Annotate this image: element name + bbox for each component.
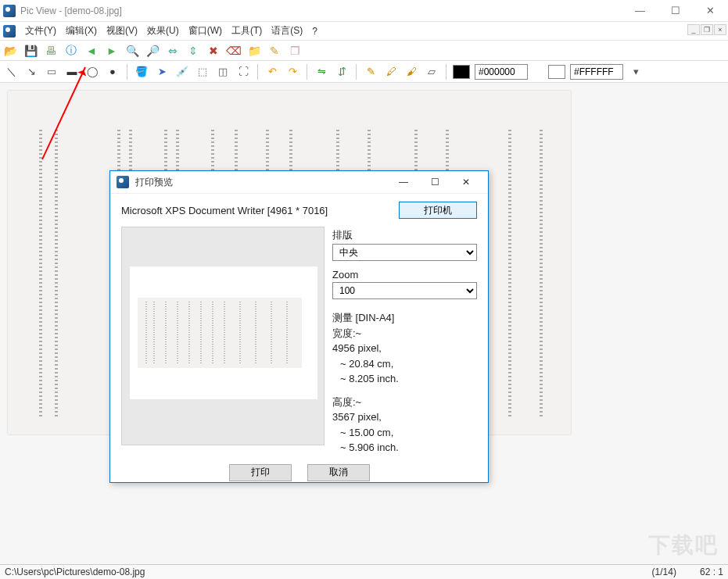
redo-icon[interactable]: ↷ bbox=[285, 64, 300, 80]
rect-tool-icon[interactable]: ▭ bbox=[44, 64, 59, 80]
prev-icon[interactable]: ◄ bbox=[84, 44, 99, 58]
flip-h-icon[interactable]: ⇋ bbox=[314, 64, 329, 80]
cursor-tool-icon[interactable]: ➤ bbox=[154, 64, 170, 80]
dialog-titlebar[interactable]: 打印预览 — ☐ ✕ bbox=[110, 171, 488, 194]
color-picker-icon[interactable]: ▾ bbox=[628, 64, 644, 80]
zoom-label: Zoom bbox=[332, 269, 477, 281]
status-zoom: 62 : 1 bbox=[700, 566, 723, 577]
menubar: 文件(Y) 编辑(X) 视图(V) 效果(U) 窗口(W) 工具(T) 语言(S… bbox=[0, 22, 728, 41]
background-color-swatch[interactable] bbox=[548, 65, 565, 79]
zoom-in-icon[interactable]: 🔍 bbox=[125, 44, 139, 58]
height-cm: ~ 15.00 cm, bbox=[332, 425, 477, 441]
dialog-title: 打印预览 bbox=[135, 176, 173, 189]
info-icon[interactable]: ⓘ bbox=[64, 44, 78, 58]
separator bbox=[257, 64, 258, 80]
status-index: (1/14) bbox=[652, 566, 676, 577]
next-icon[interactable]: ► bbox=[105, 44, 119, 58]
print-button[interactable]: 打印 bbox=[229, 464, 292, 481]
menu-help[interactable]: ? bbox=[307, 26, 322, 37]
mdi-window-controls: _ ❐ × bbox=[687, 24, 726, 35]
main-toolbar: 📂 💾 🖶 ⓘ ◄ ► 🔍 🔎 ⇔ ⇕ ✖ ⌫ 📁 ✎ ❐ bbox=[0, 41, 728, 61]
printer-info-label: Microsoft XPS Document Writer [4961 * 70… bbox=[121, 205, 328, 216]
fit-height-icon[interactable]: ⇕ bbox=[186, 44, 200, 58]
height-label: 高度:~ bbox=[332, 395, 477, 410]
document-icon bbox=[3, 25, 16, 38]
separator bbox=[307, 64, 307, 80]
measure-label: 测量 [DIN-A4] bbox=[332, 310, 477, 326]
undo-icon[interactable]: ↶ bbox=[264, 64, 280, 80]
draw-mode-icon[interactable]: ✎ bbox=[267, 44, 282, 58]
minimize-button[interactable]: — bbox=[622, 0, 658, 21]
resize-icon[interactable]: ⛶ bbox=[235, 64, 251, 80]
separator bbox=[356, 64, 357, 80]
crop-icon[interactable]: ◫ bbox=[215, 64, 231, 80]
menu-view[interactable]: 视图(V) bbox=[102, 24, 142, 38]
width-inch: ~ 8.205 inch. bbox=[332, 371, 477, 387]
window-titlebar: Pic View - [demo-08.jpg] — ☐ ✕ bbox=[0, 0, 728, 22]
arrow-tool-icon[interactable]: ↘ bbox=[23, 64, 39, 80]
zoom-out-icon[interactable]: 🔎 bbox=[145, 44, 160, 58]
bucket-tool-icon[interactable]: 🪣 bbox=[134, 64, 149, 80]
clear-icon[interactable]: ⌫ bbox=[227, 44, 241, 58]
pen-tool-icon[interactable]: ✎ bbox=[363, 64, 378, 80]
menu-edit[interactable]: 编辑(X) bbox=[61, 24, 102, 38]
flip-v-icon[interactable]: ⇵ bbox=[334, 64, 350, 80]
brush-tool-icon[interactable]: 🖌 bbox=[403, 64, 419, 80]
print-icon[interactable]: 🖶 bbox=[44, 44, 58, 58]
menu-file[interactable]: 文件(Y) bbox=[20, 24, 61, 38]
foreground-color-input[interactable] bbox=[475, 64, 528, 80]
width-label: 宽度:~ bbox=[332, 326, 477, 341]
menu-language[interactable]: 语言(S) bbox=[267, 24, 307, 38]
window-controls: — ☐ ✕ bbox=[622, 0, 728, 21]
filled-ellipse-tool-icon[interactable]: ● bbox=[105, 64, 120, 80]
separator bbox=[127, 64, 127, 80]
dialog-minimize-button[interactable]: — bbox=[388, 171, 419, 193]
mdi-close-button[interactable]: × bbox=[714, 24, 726, 35]
preview-page-content bbox=[138, 298, 302, 368]
cancel-button[interactable]: 取消 bbox=[307, 464, 370, 481]
mdi-restore-button[interactable]: ❐ bbox=[701, 24, 713, 35]
zoom-select[interactable]: 100 bbox=[332, 282, 477, 299]
print-settings-pane: 排版 中央 Zoom 100 测量 [DIN-A4] 宽度:~ 4956 pix… bbox=[332, 227, 477, 456]
menu-effect[interactable]: 效果(U) bbox=[142, 24, 184, 38]
layout-label: 排版 bbox=[332, 228, 477, 242]
menu-tools[interactable]: 工具(T) bbox=[227, 24, 267, 38]
close-button[interactable]: ✕ bbox=[693, 0, 728, 21]
separator bbox=[446, 64, 446, 80]
dialog-maximize-button[interactable]: ☐ bbox=[419, 171, 450, 193]
marker-tool-icon[interactable]: 🖊 bbox=[383, 64, 399, 80]
app-icon bbox=[3, 5, 16, 17]
width-cm: ~ 20.84 cm, bbox=[332, 356, 477, 372]
save-icon[interactable]: 💾 bbox=[23, 44, 38, 58]
print-preview-pane bbox=[121, 227, 325, 445]
foreground-color-swatch[interactable] bbox=[453, 65, 470, 79]
background-color-input[interactable] bbox=[570, 64, 623, 80]
window-title: Pic View - [demo-08.jpg] bbox=[20, 5, 122, 16]
layout-select[interactable]: 中央 bbox=[332, 244, 477, 261]
dialog-close-button[interactable]: ✕ bbox=[450, 171, 482, 193]
mdi-minimize-button[interactable]: _ bbox=[687, 24, 700, 35]
eraser-tool-icon[interactable]: ▱ bbox=[424, 64, 439, 80]
open-icon[interactable]: 📂 bbox=[3, 44, 17, 58]
eyedropper-tool-icon[interactable]: 💉 bbox=[174, 64, 190, 80]
status-path: C:\Users\pc\Pictures\demo-08.jpg bbox=[5, 566, 145, 577]
copy-icon[interactable]: ❐ bbox=[288, 44, 302, 58]
statusbar: C:\Users\pc\Pictures\demo-08.jpg (1/14) … bbox=[0, 564, 728, 579]
line-tool-icon[interactable]: ＼ bbox=[3, 64, 19, 80]
folder-icon[interactable]: 📁 bbox=[247, 44, 261, 58]
width-pixel: 4956 pixel, bbox=[332, 341, 477, 356]
menu-window[interactable]: 窗口(W) bbox=[184, 24, 227, 38]
height-inch: ~ 5.906 inch. bbox=[332, 440, 477, 456]
drawing-toolbar: ＼ ↘ ▭ ▬ ◯ ● 🪣 ➤ 💉 ⬚ ◫ ⛶ ↶ ↷ ⇋ ⇵ ✎ 🖊 🖌 ▱ … bbox=[0, 61, 728, 83]
maximize-button[interactable]: ☐ bbox=[658, 0, 693, 21]
watermark: 下载吧 bbox=[648, 531, 719, 560]
fit-width-icon[interactable]: ⇔ bbox=[166, 44, 180, 58]
printer-button[interactable]: 打印机 bbox=[399, 202, 477, 219]
select-rect-icon[interactable]: ⬚ bbox=[195, 64, 210, 80]
height-pixel: 3567 pixel, bbox=[332, 409, 477, 425]
dialog-icon bbox=[117, 176, 129, 188]
print-preview-dialog: 打印预览 — ☐ ✕ Microsoft XPS Document Writer… bbox=[109, 170, 489, 483]
delete-icon[interactable]: ✖ bbox=[206, 44, 221, 58]
